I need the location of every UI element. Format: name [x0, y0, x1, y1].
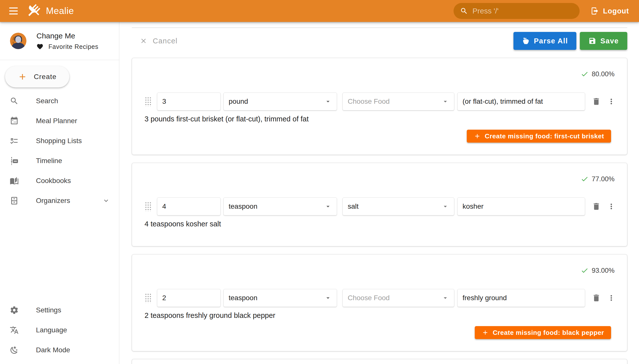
unit-select-value: teaspoon: [229, 294, 257, 302]
drag-handle-icon[interactable]: [144, 293, 151, 303]
sidebar-item-organizers[interactable]: Organizers: [0, 191, 119, 211]
caret-down-icon: [324, 203, 332, 210]
sidebar-item-search[interactable]: Search: [0, 91, 119, 111]
content-top-divider: [132, 28, 627, 28]
kebab-icon: [610, 99, 612, 104]
create-missing-food-label: Create missing food: black pepper: [493, 329, 604, 336]
quantity-field: [157, 289, 221, 307]
sidebar-item-settings[interactable]: Settings: [0, 300, 119, 320]
trash-icon: [594, 295, 599, 302]
unit-select-value: pound: [229, 98, 248, 106]
chevron-down-icon: [102, 197, 110, 205]
note-input[interactable]: [463, 98, 580, 106]
delete-button[interactable]: [591, 292, 602, 304]
original-ingredient-text: 3 pounds first-cut brisket (or flat-cut)…: [144, 115, 627, 123]
ingredient-input-row: teaspoon Choose Food: [144, 289, 617, 307]
search-bar[interactable]: [454, 3, 580, 19]
food-select[interactable]: Choose Food: [342, 92, 454, 110]
delete-button[interactable]: [591, 96, 602, 107]
menu-button[interactable]: [6, 3, 22, 19]
book-open-icon: [10, 176, 19, 186]
sidebar-footer: Settings Language Dark Mode: [0, 300, 119, 364]
app-title: Mealie: [46, 6, 74, 16]
confidence-value: 93.00%: [592, 267, 614, 274]
caret-down-icon: [442, 203, 449, 210]
apple-icon: [522, 37, 530, 45]
sidebar-item-cookbooks[interactable]: Cookbooks: [0, 171, 119, 191]
ingredient-list: 80.00% pound Choose Food: [132, 58, 627, 351]
plus-icon: [18, 72, 27, 82]
food-select-value: Choose Food: [348, 294, 390, 302]
quantity-field: [157, 92, 221, 110]
original-ingredient-text: 4 teaspoons kosher salt: [144, 220, 627, 228]
parse-all-label: Parse All: [534, 37, 568, 45]
sidebar-item-language[interactable]: Language: [0, 320, 119, 340]
confidence-row: 80.00%: [132, 58, 627, 78]
create-missing-food-button[interactable]: Create missing food: first-cut brisket: [467, 130, 611, 142]
note-input[interactable]: [463, 202, 580, 210]
quantity-input[interactable]: [162, 294, 216, 302]
more-options-button[interactable]: [605, 96, 617, 107]
unit-select[interactable]: pound: [224, 92, 337, 110]
save-icon: [588, 37, 596, 45]
save-label: Save: [600, 37, 619, 45]
ingredient-card: 77.00% teaspoon salt: [132, 163, 627, 246]
check-icon: [581, 70, 589, 78]
missing-food-row: Create missing food: first-cut brisket: [132, 130, 611, 142]
create-missing-food-button[interactable]: Create missing food: black pepper: [475, 326, 611, 339]
create-label: Create: [34, 73, 56, 81]
sidebar-item-shopping-lists[interactable]: Shopping Lists: [0, 131, 119, 151]
user-profile[interactable]: Change Me Favorite Recipes: [0, 22, 119, 60]
app-bar: Mealie Logout: [0, 0, 639, 22]
sidebar: Change Me Favorite Recipes Create: [0, 22, 119, 364]
trash-icon: [594, 203, 599, 210]
delete-button[interactable]: [591, 201, 602, 212]
kebab-icon: [610, 204, 612, 210]
search-input[interactable]: [473, 7, 573, 15]
cancel-button[interactable]: Cancel: [140, 37, 177, 45]
translate-icon: [10, 325, 19, 335]
quantity-input[interactable]: [162, 202, 216, 210]
plus-icon: [474, 133, 481, 140]
user-name: Change Me: [37, 32, 98, 40]
parse-all-button[interactable]: Parse All: [513, 32, 577, 50]
parser-toolbar: Cancel Parse All Save: [132, 32, 627, 50]
unit-select[interactable]: teaspoon: [224, 289, 337, 307]
hamburger-icon: [9, 8, 18, 8]
more-options-button[interactable]: [605, 201, 617, 212]
missing-food-row: Create missing food: black pepper: [132, 326, 611, 339]
food-select[interactable]: salt: [342, 198, 454, 216]
create-button[interactable]: Create: [5, 66, 69, 88]
more-options-button[interactable]: [605, 292, 617, 304]
unit-select[interactable]: teaspoon: [224, 198, 337, 216]
checklist-icon: [10, 136, 19, 146]
sidebar-divider: [0, 60, 119, 60]
food-select[interactable]: Choose Food: [342, 289, 454, 307]
ingredient-card-partial: [132, 359, 627, 364]
save-button[interactable]: Save: [580, 32, 627, 50]
original-ingredient-text: 2 teaspoons freshly ground black pepper: [144, 312, 627, 320]
caret-down-icon: [442, 294, 449, 302]
favorite-recipes-link[interactable]: Favorite Recipes: [37, 43, 98, 50]
sidebar-item-meal-planner[interactable]: Meal Planner: [0, 111, 119, 131]
note-input[interactable]: [463, 294, 580, 302]
sidebar-nav: Search Meal Planner Shopping Lists Timel…: [0, 91, 119, 211]
note-field: [457, 198, 585, 216]
ingredient-input-row: pound Choose Food: [144, 92, 617, 110]
drag-handle-icon[interactable]: [144, 96, 151, 106]
logout-icon: [591, 7, 599, 15]
trash-icon: [594, 98, 599, 105]
ingredient-input-row: teaspoon salt: [144, 198, 617, 216]
quantity-input[interactable]: [162, 98, 216, 106]
confidence-row: 77.00%: [132, 163, 627, 183]
avatar: [10, 33, 27, 49]
sidebar-item-dark-mode[interactable]: Dark Mode: [0, 340, 119, 360]
logout-button[interactable]: Logout: [591, 7, 629, 15]
timeline-icon: [10, 156, 19, 166]
confidence-value: 80.00%: [592, 70, 614, 78]
cancel-label: Cancel: [153, 37, 177, 45]
drag-handle-icon[interactable]: [144, 202, 151, 212]
note-field: [457, 92, 585, 110]
caret-down-icon: [324, 294, 332, 302]
sidebar-item-timeline[interactable]: Timeline: [0, 151, 119, 171]
